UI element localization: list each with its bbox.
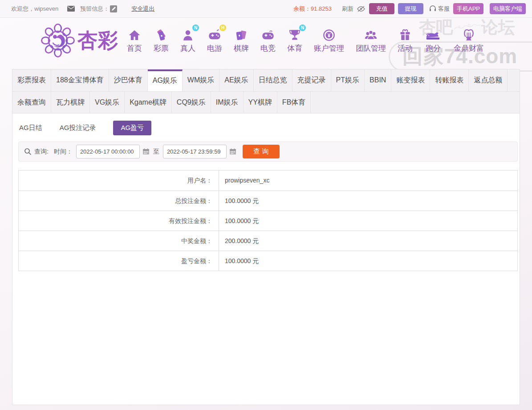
gift-icon: [399, 27, 411, 41]
nav-item-金鼎财富[interactable]: 金鼎财富: [448, 27, 490, 53]
tab-row-1: 彩票报表188金宝博体育沙巴体育AG娱乐WM娱乐AE娱乐日结总览充提记录PT娱乐…: [12, 69, 520, 91]
refresh-button[interactable]: 刷新: [342, 5, 353, 13]
tab-沙巴体育[interactable]: 沙巴体育: [109, 69, 148, 91]
nav-label: 账户管理: [314, 43, 344, 53]
badge-h: H: [219, 24, 226, 31]
table-row: 总投注金额：100.0000 元: [19, 191, 517, 211]
service-label: 客服: [438, 5, 450, 13]
esports-icon: [261, 27, 275, 41]
nav-label: 活动: [398, 43, 413, 53]
tab-VG娱乐[interactable]: VG娱乐: [90, 92, 125, 113]
nav-label: 真人: [180, 43, 195, 53]
edit-icon[interactable]: [110, 5, 117, 12]
row-value: 100.0000 元: [219, 211, 259, 231]
tab-瓦力棋牌[interactable]: 瓦力棋牌: [51, 92, 90, 113]
reserved-label: 预留信息：: [80, 5, 109, 13]
tab-AE娱乐[interactable]: AE娱乐: [219, 69, 253, 91]
tab-返点总额[interactable]: 返点总额: [469, 69, 508, 91]
tab-Kgame棋牌[interactable]: Kgame棋牌: [125, 92, 172, 113]
nav-label: 首页: [127, 43, 142, 53]
tab-BBIN[interactable]: BBIN: [365, 69, 391, 91]
nav-item-跑分[interactable]: 跑分: [418, 27, 448, 53]
welcome-text: 欢迎您，wipseven: [11, 5, 58, 13]
tab-彩票报表[interactable]: 彩票报表: [12, 69, 51, 91]
nav-label: 金鼎财富: [454, 43, 484, 53]
calendar-icon-end[interactable]: [229, 148, 236, 155]
topbar-right: 余额：91.8253 刷新 充值 提现 客服 手机APP 电脑客户端: [293, 3, 526, 14]
nav-item-电游[interactable]: H电游: [201, 27, 228, 53]
row-value: prowipseven_xc: [219, 170, 269, 191]
row-value: 100.0000 元: [219, 251, 259, 271]
table-row: 用户名：prowipseven_xc: [19, 170, 517, 191]
tab-CQ9娱乐[interactable]: CQ9娱乐: [172, 92, 211, 113]
balance-label: 余额：: [293, 5, 311, 12]
tab-PT娱乐[interactable]: PT娱乐: [331, 69, 365, 91]
pc-client-button[interactable]: 电脑客户端: [490, 3, 526, 14]
row-label: 用户名：: [19, 170, 219, 191]
row-value: 200.0000 元: [219, 231, 259, 251]
balance-text: 余额：91.8253: [293, 5, 332, 13]
nav-label: 体育: [287, 43, 302, 53]
subtabs: AG日结AG投注记录AG盈亏: [19, 121, 520, 135]
tab-row-2: 余额查询瓦力棋牌VG娱乐Kgame棋牌CQ9娱乐IM娱乐YY棋牌FB体育: [12, 91, 520, 113]
subtab-AG日结[interactable]: AG日结: [19, 121, 42, 135]
time-label: 时间：: [54, 148, 73, 156]
nav-item-活动[interactable]: 活动: [392, 27, 418, 53]
tab-WM娱乐[interactable]: WM娱乐: [183, 69, 219, 91]
tab-FB体育[interactable]: FB体育: [277, 92, 311, 113]
cards-icon: [235, 27, 248, 41]
tab-YY棋牌[interactable]: YY棋牌: [244, 92, 277, 113]
nav-item-彩票[interactable]: 彩票: [148, 27, 175, 53]
main-nav: 首页彩票N真人H电游棋牌电竞N体育账户管理团队管理活动跑分金鼎财富: [121, 27, 490, 53]
tab-转账报表[interactable]: 转账报表: [430, 69, 469, 91]
brand-name: 杏彩: [77, 30, 118, 50]
badge-n: N: [192, 24, 199, 31]
tab-日结总览[interactable]: 日结总览: [254, 69, 292, 91]
eye-slash-icon[interactable]: [357, 6, 365, 12]
report-tabbar: 彩票报表188金宝博体育沙巴体育AG娱乐WM娱乐AE娱乐日结总览充提记录PT娱乐…: [12, 69, 520, 114]
subtab-AG投注记录[interactable]: AG投注记录: [60, 121, 96, 135]
mobile-app-button[interactable]: 手机APP: [453, 3, 483, 14]
table-row: 有效投注金额：100.0000 元: [19, 211, 517, 231]
nav-item-真人[interactable]: N真人: [175, 27, 201, 53]
logout-link[interactable]: 安全退出: [131, 5, 154, 13]
customer-service[interactable]: 客服: [429, 5, 450, 13]
gamepad-icon: H: [208, 27, 221, 41]
end-time-input[interactable]: [163, 145, 227, 158]
tab-IM娱乐[interactable]: IM娱乐: [211, 92, 244, 113]
nav-label: 跑分: [426, 43, 441, 53]
nav-label: 团队管理: [356, 43, 386, 53]
ticket-icon: [155, 27, 167, 41]
nav-item-团队管理[interactable]: 团队管理: [350, 27, 392, 53]
recharge-button[interactable]: 充值: [369, 3, 394, 14]
subtab-AG盈亏[interactable]: AG盈亏: [113, 121, 151, 135]
tab-AG娱乐[interactable]: AG娱乐: [148, 69, 183, 91]
query-submit-button[interactable]: 查 询: [243, 145, 280, 158]
calendar-icon-start[interactable]: [142, 148, 150, 155]
tab-账变报表[interactable]: 账变报表: [391, 69, 430, 91]
search-icon: [24, 148, 32, 155]
nav-item-首页[interactable]: 首页: [121, 27, 148, 53]
tab-余额查询[interactable]: 余额查询: [12, 92, 51, 113]
nav-item-账户管理[interactable]: 账户管理: [308, 27, 350, 53]
logo-emblem-icon: [41, 24, 75, 57]
tab-188金宝博体育[interactable]: 188金宝博体育: [51, 69, 109, 91]
row-value: 100.0000 元: [219, 191, 259, 211]
nav-item-电竞[interactable]: 电竞: [255, 27, 281, 53]
nav-label: 电竞: [260, 43, 276, 53]
result-table: 用户名：prowipseven_xc总投注金额：100.0000 元有效投注金额…: [18, 170, 518, 271]
team-icon: [364, 27, 378, 41]
start-time-input[interactable]: [76, 145, 140, 158]
site-logo[interactable]: 杏彩: [41, 24, 118, 57]
topbar: 欢迎您，wipseven 预留信息： 安全退出 余额：91.8253 刷新 充值…: [0, 0, 532, 18]
nav-label: 电游: [207, 43, 222, 53]
withdraw-button[interactable]: 提现: [398, 3, 423, 14]
nav-label: 棋牌: [234, 43, 249, 53]
nav-item-体育[interactable]: N体育: [281, 27, 308, 53]
nav-item-棋牌[interactable]: 棋牌: [228, 27, 255, 53]
row-label: 有效投注金额：: [19, 211, 219, 231]
row-label: 盈亏金额：: [19, 251, 219, 271]
main-card: 彩票报表188金宝博体育沙巴体育AG娱乐WM娱乐AE娱乐日结总览充提记录PT娱乐…: [12, 69, 520, 405]
mail-icon[interactable]: [67, 6, 75, 12]
tab-充提记录[interactable]: 充提记录: [292, 69, 331, 91]
